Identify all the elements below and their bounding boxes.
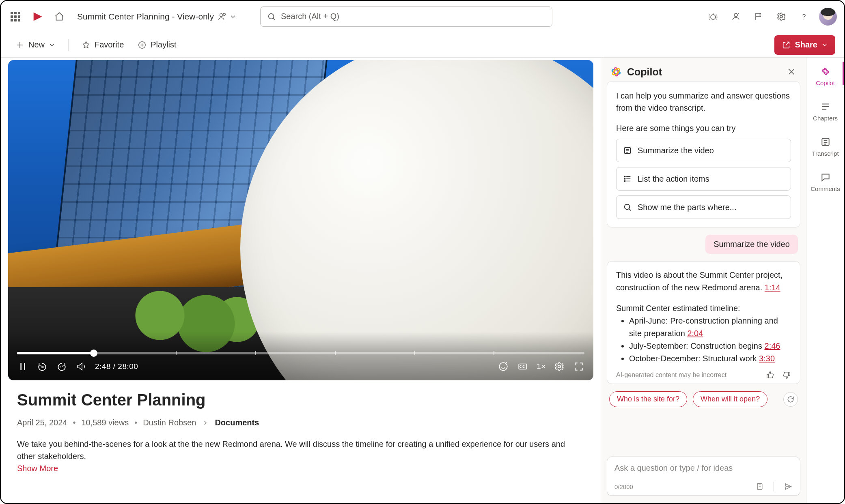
time-display: 2:48 / 28:00 bbox=[95, 362, 138, 371]
chapter-markers bbox=[17, 352, 584, 354]
show-more-link[interactable]: Show More bbox=[17, 464, 58, 473]
comments-icon bbox=[820, 172, 831, 183]
breadcrumb-folder[interactable]: Documents bbox=[215, 418, 259, 427]
search-icon bbox=[267, 12, 276, 21]
send-button[interactable] bbox=[784, 482, 793, 491]
timestamp-link[interactable]: 3:30 bbox=[759, 354, 775, 363]
seek-bar[interactable] bbox=[17, 352, 584, 354]
chevron-down-icon bbox=[229, 13, 237, 20]
timestamp-link[interactable]: 2:46 bbox=[765, 341, 780, 350]
timestamp-link[interactable]: 1:14 bbox=[765, 283, 780, 292]
person-button[interactable] bbox=[726, 6, 746, 27]
followup-chip[interactable]: Who is the site for? bbox=[609, 391, 687, 407]
char-count: 0/2000 bbox=[614, 483, 633, 490]
playback-speed-button[interactable]: 1× bbox=[537, 362, 545, 371]
rail-tab-chapters[interactable]: Chapters bbox=[806, 99, 844, 123]
presence-icon bbox=[218, 12, 227, 21]
favorite-button[interactable]: Favorite bbox=[76, 37, 129, 53]
svg-point-20 bbox=[624, 180, 625, 181]
chevron-down-icon bbox=[821, 42, 828, 48]
timeline-item: October-December: Structural work 3:30 bbox=[629, 352, 791, 365]
svg-text:10: 10 bbox=[41, 365, 44, 369]
fullscreen-button[interactable] bbox=[573, 361, 584, 372]
favorite-label: Favorite bbox=[95, 40, 124, 49]
suggestion-label: Summarize the video bbox=[638, 146, 714, 155]
new-label: New bbox=[28, 40, 45, 49]
player-settings-button[interactable] bbox=[554, 361, 565, 372]
app-header: Summit Center Planning - View-only bbox=[1, 1, 844, 32]
chevron-down-icon bbox=[49, 42, 55, 48]
thumbs-up-button[interactable] bbox=[766, 371, 775, 380]
svg-point-18 bbox=[624, 176, 625, 177]
svg-point-11 bbox=[500, 362, 508, 371]
stream-logo-icon bbox=[28, 7, 47, 26]
share-button[interactable]: Share bbox=[774, 35, 835, 55]
settings-button[interactable] bbox=[771, 6, 791, 27]
svg-point-4 bbox=[711, 15, 716, 19]
svg-point-23 bbox=[822, 69, 829, 74]
svg-rect-22 bbox=[757, 484, 762, 490]
copilot-logo-icon bbox=[610, 66, 622, 78]
close-copilot-button[interactable] bbox=[786, 66, 797, 77]
share-icon bbox=[782, 41, 791, 49]
waffle-icon bbox=[11, 12, 20, 21]
playlist-button[interactable]: Playlist bbox=[132, 37, 182, 53]
transcript-icon bbox=[820, 136, 831, 148]
svg-point-13 bbox=[558, 365, 561, 368]
svg-point-3 bbox=[269, 13, 274, 19]
rail-tab-transcript[interactable]: Transcript bbox=[806, 135, 844, 159]
thumbs-down-button[interactable] bbox=[782, 371, 791, 380]
bug-button[interactable] bbox=[703, 6, 723, 27]
search-input[interactable] bbox=[281, 12, 545, 21]
copilot-pane: Copilot I can help you summarize and ans… bbox=[601, 58, 806, 503]
suggestion-action-items[interactable]: List the action items bbox=[616, 167, 791, 191]
svg-point-2 bbox=[223, 13, 226, 15]
suggestion-label: List the action items bbox=[638, 174, 709, 184]
video-player[interactable]: 10 10 2:48 / 28:00 1× bbox=[8, 60, 593, 380]
search-box[interactable] bbox=[260, 6, 552, 27]
followup-chip[interactable]: When will it open? bbox=[693, 391, 767, 407]
summary-icon bbox=[623, 146, 632, 155]
video-author-link[interactable]: Dustin Robsen bbox=[143, 418, 196, 427]
rewind-10-button[interactable]: 10 bbox=[37, 361, 48, 372]
svg-point-21 bbox=[625, 204, 630, 210]
reactions-button[interactable] bbox=[498, 361, 509, 372]
account-avatar[interactable] bbox=[819, 8, 837, 26]
view-prompts-button[interactable] bbox=[756, 483, 764, 491]
copilot-summary-text: This video is about the Summit Center pr… bbox=[616, 269, 791, 294]
playlist-label: Playlist bbox=[151, 40, 176, 49]
home-button[interactable] bbox=[50, 7, 69, 26]
timestamp-link[interactable]: 2:04 bbox=[687, 329, 703, 338]
video-date: April 25, 2024 bbox=[17, 418, 67, 427]
forward-10-button[interactable]: 10 bbox=[56, 361, 67, 372]
command-bar: New Favorite Playlist Share bbox=[1, 32, 844, 58]
refresh-suggestions-button[interactable] bbox=[783, 392, 798, 407]
captions-button[interactable] bbox=[517, 361, 528, 372]
copilot-icon bbox=[820, 66, 831, 77]
pause-button[interactable] bbox=[17, 361, 28, 372]
svg-text:10: 10 bbox=[60, 365, 63, 369]
svg-point-7 bbox=[804, 19, 804, 19]
copilot-input-box[interactable]: 0/2000 bbox=[607, 457, 800, 496]
right-rail: Copilot Chapters Transcript Comments bbox=[806, 58, 844, 503]
svg-point-5 bbox=[734, 13, 737, 17]
flag-button[interactable] bbox=[748, 6, 769, 27]
app-launcher-button[interactable] bbox=[6, 7, 25, 26]
help-button[interactable] bbox=[794, 6, 814, 27]
followup-row: Who is the site for? When will it open? bbox=[607, 391, 800, 407]
volume-button[interactable] bbox=[75, 361, 87, 372]
svg-point-16 bbox=[612, 68, 621, 76]
suggestion-show-parts[interactable]: Show me the parts where... bbox=[616, 195, 791, 219]
rail-tab-copilot[interactable]: Copilot bbox=[806, 64, 844, 88]
timeline-heading: Summit Center estimated timeline: bbox=[616, 304, 791, 313]
copilot-response-card: This video is about the Summit Center pr… bbox=[607, 261, 800, 384]
ai-disclaimer: AI-generated content may be incorrect bbox=[616, 371, 726, 379]
chevron-right-icon bbox=[202, 419, 209, 427]
suggestion-summarize[interactable]: Summarize the video bbox=[616, 139, 791, 162]
svg-point-1 bbox=[220, 13, 223, 16]
divider bbox=[774, 482, 774, 491]
document-title[interactable]: Summit Center Planning - View-only bbox=[77, 12, 237, 21]
copilot-input[interactable] bbox=[614, 463, 793, 473]
new-button[interactable]: New bbox=[10, 37, 61, 53]
rail-tab-comments[interactable]: Comments bbox=[806, 170, 844, 194]
